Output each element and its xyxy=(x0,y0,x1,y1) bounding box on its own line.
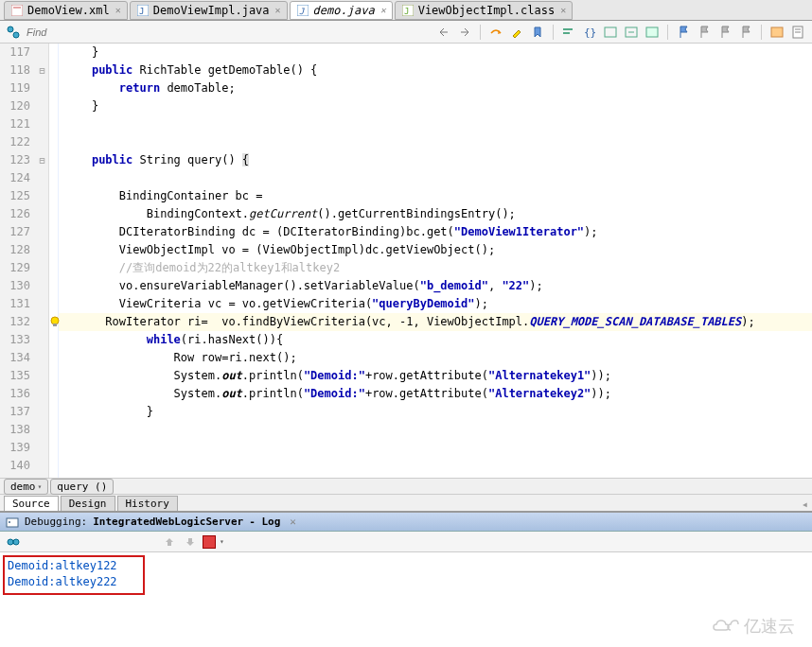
structure-breadcrumb: demo▾ query () xyxy=(0,478,812,495)
flag-icon[interactable] xyxy=(675,24,692,41)
flag-all-icon[interactable] xyxy=(737,24,754,41)
log-title-bar: Debugging: IntegratedWebLogicServer - Lo… xyxy=(0,513,812,532)
svg-rect-23 xyxy=(7,518,18,527)
tab-label: ViewObjectImpl.class xyxy=(418,4,556,17)
svg-rect-0 xyxy=(11,5,23,16)
close-icon[interactable]: ✕ xyxy=(275,5,281,15)
braces-icon[interactable]: {} xyxy=(581,24,598,41)
tab-viewobjectimpl-class[interactable]: J ViewObjectImpl.class ✕ xyxy=(395,1,574,20)
svg-text:J: J xyxy=(299,7,305,16)
find-input[interactable] xyxy=(26,26,159,38)
editor-mode-tabs: Source Design History ◂ xyxy=(0,495,812,512)
up-icon[interactable] xyxy=(161,533,178,551)
svg-rect-11 xyxy=(563,32,570,34)
svg-rect-10 xyxy=(563,28,573,30)
down-icon[interactable] xyxy=(182,533,199,551)
tab-label: demo.java xyxy=(313,4,375,17)
svg-point-21 xyxy=(51,317,59,324)
svg-rect-17 xyxy=(771,27,783,37)
tab-demoviewimpl-java[interactable]: J DemoViewImpl.java ✕ xyxy=(130,1,288,20)
find-next-icon[interactable] xyxy=(456,24,473,41)
svg-rect-13 xyxy=(605,27,616,37)
log-title-server: IntegratedWebLogicServer xyxy=(93,516,243,528)
svg-point-9 xyxy=(13,32,19,38)
flag-next-icon[interactable] xyxy=(696,24,713,41)
doc-icon[interactable] xyxy=(789,24,806,41)
chevron-down-icon[interactable]: ▾ xyxy=(220,537,224,546)
file-tab-bar: DemoView.xml ✕ J DemoViewImpl.java ✕ J d… xyxy=(0,0,812,21)
breadcrumb-method[interactable]: query () xyxy=(50,479,114,495)
reformat-icon[interactable] xyxy=(560,24,577,41)
stop-button[interactable] xyxy=(203,535,216,549)
tab-demo-java[interactable]: J demo.java ✕ xyxy=(290,1,393,20)
java-icon: J xyxy=(296,4,309,17)
svg-point-26 xyxy=(13,539,19,545)
tab-demoview-xml[interactable]: DemoView.xml ✕ xyxy=(4,1,128,20)
log-toolbar: ▾ xyxy=(0,532,812,552)
tab-label: DemoView.xml xyxy=(27,4,110,17)
step-over-icon[interactable] xyxy=(487,24,504,41)
tab-overflow-icon[interactable]: ◂ xyxy=(798,498,812,511)
svg-point-8 xyxy=(8,26,13,32)
expand-icon[interactable] xyxy=(623,24,640,41)
log-output[interactable]: Demoid:altkey122 Demoid:altkey222 xyxy=(0,552,812,628)
line-number-gutter: 1171181191201211221231241251261271281291… xyxy=(0,44,36,478)
svg-text:J: J xyxy=(404,7,409,16)
svg-point-24 xyxy=(9,521,10,523)
flag-prev-icon[interactable] xyxy=(716,24,733,41)
search-icon xyxy=(6,25,21,40)
bookmark-icon[interactable] xyxy=(529,24,546,41)
close-icon[interactable]: ✕ xyxy=(380,5,386,15)
breadcrumb-class[interactable]: demo▾ xyxy=(4,479,48,495)
margin-gutter xyxy=(49,44,59,478)
watermark: 亿速云 xyxy=(712,615,795,628)
svg-point-25 xyxy=(8,539,13,545)
code-editor[interactable]: 1171181191201211221231241251261271281291… xyxy=(0,44,812,478)
code-area[interactable]: } public RichTable getDemoTable() { retu… xyxy=(59,44,812,478)
log-line: Demoid:altkey222 xyxy=(8,574,804,590)
java-icon: J xyxy=(136,4,150,17)
binoculars-icon[interactable] xyxy=(6,534,21,550)
collapse-icon[interactable] xyxy=(644,24,661,41)
tab-label: DemoViewImpl.java xyxy=(153,4,270,17)
log-line: Demoid:altkey122 xyxy=(8,558,804,574)
log-panel: Debugging: IntegratedWebLogicServer - Lo… xyxy=(0,512,812,628)
tab-design[interactable]: Design xyxy=(61,496,115,511)
highlight-icon[interactable] xyxy=(508,24,525,41)
chevron-down-icon: ▾ xyxy=(38,482,43,491)
log-title-prefix: Debugging: xyxy=(25,516,87,528)
svg-text:{}: {} xyxy=(584,26,595,38)
close-icon[interactable]: ✕ xyxy=(290,516,296,528)
svg-rect-16 xyxy=(646,27,658,37)
surround-icon[interactable] xyxy=(602,24,619,41)
close-icon[interactable]: ✕ xyxy=(560,5,566,15)
editor-toolbar: {} xyxy=(0,21,812,44)
debug-icon xyxy=(6,516,19,529)
log-title-suffix: - Log xyxy=(249,516,280,528)
close-icon[interactable]: ✕ xyxy=(115,5,121,15)
class-icon: J xyxy=(401,4,415,17)
block-icon[interactable] xyxy=(768,24,786,41)
fold-gutter[interactable]: ⊟ ⊟ xyxy=(36,44,49,478)
tab-history[interactable]: History xyxy=(117,496,178,511)
svg-rect-22 xyxy=(53,324,57,326)
xml-icon xyxy=(10,4,24,17)
tab-source[interactable]: Source xyxy=(4,496,59,511)
find-prev-icon[interactable] xyxy=(435,24,452,41)
svg-text:J: J xyxy=(139,7,144,16)
